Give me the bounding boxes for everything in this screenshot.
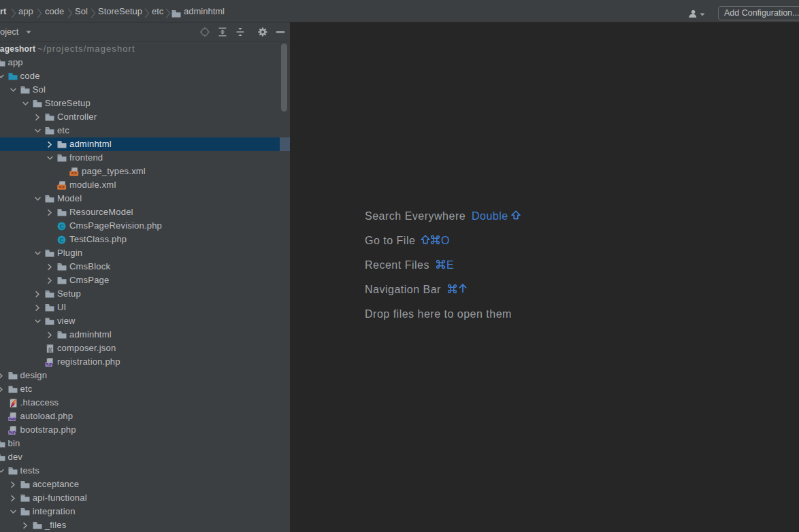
svg-text:PHP: PHP	[8, 430, 16, 434]
svg-text:C: C	[59, 222, 63, 229]
svg-text:PHP: PHP	[46, 362, 53, 366]
svg-text:{(: {(	[48, 346, 52, 352]
svg-text:<>: <>	[71, 171, 77, 176]
svg-text:C: C	[59, 236, 63, 243]
svg-text:PHP: PHP	[8, 416, 16, 420]
svg-text:<>: <>	[59, 184, 64, 189]
